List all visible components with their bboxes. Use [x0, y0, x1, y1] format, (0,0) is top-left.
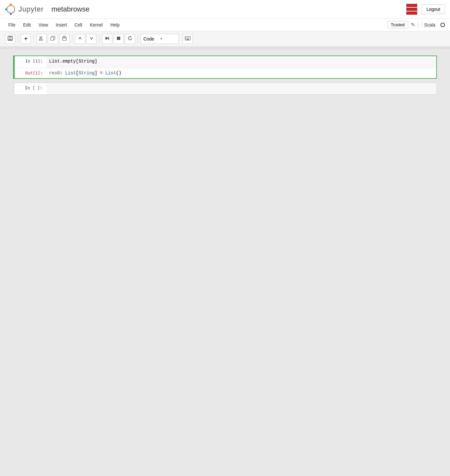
svg-rect-3	[406, 4, 417, 7]
jupyter-logo: Jupyter	[5, 4, 44, 15]
menu-kernel[interactable]: Kernel	[87, 21, 106, 29]
kernel-name: Scala	[421, 22, 438, 27]
svg-rect-22	[188, 37, 189, 38]
spark-logo-icon	[406, 3, 418, 15]
svg-rect-20	[186, 37, 186, 38]
separator-1	[18, 35, 18, 43]
svg-rect-23	[186, 38, 186, 39]
logout-button[interactable]: Logout	[422, 4, 445, 14]
paste-icon	[62, 36, 67, 42]
stop-button[interactable]	[113, 34, 124, 44]
svg-rect-26	[186, 39, 189, 40]
menu-view[interactable]: View	[35, 21, 51, 29]
arrow-up-icon	[78, 36, 82, 41]
cell-1-input[interactable]: List.empty[String]	[47, 56, 436, 68]
svg-rect-21	[187, 37, 188, 38]
svg-rect-14	[63, 36, 65, 37]
cut-button[interactable]	[36, 34, 47, 44]
cut-icon	[39, 36, 44, 42]
cell-container: In [1]: List.empty[String] Out[1]: res0:…	[7, 56, 443, 95]
output-value: List	[105, 71, 116, 76]
svg-rect-12	[51, 37, 54, 41]
keyboard-shortcuts-button[interactable]	[183, 34, 193, 44]
svg-point-10	[41, 39, 42, 41]
navbar-right: Logout	[406, 3, 445, 15]
separator-3	[72, 35, 72, 43]
paste-button[interactable]	[59, 34, 69, 44]
move-up-button[interactable]	[75, 34, 85, 44]
navbar-brand: Jupyter metabrowse	[5, 4, 406, 15]
cell-type-label: Code	[143, 36, 160, 41]
run-next-button[interactable]	[102, 34, 112, 44]
svg-marker-16	[105, 37, 109, 40]
cell-2-wrapper: In [ ]:	[14, 83, 437, 95]
plus-icon: +	[24, 35, 28, 42]
output-parens: ()	[116, 71, 121, 76]
cell-2-input-prompt: In [ ]:	[14, 83, 46, 94]
restart-icon	[127, 36, 133, 42]
separator-2	[33, 35, 34, 43]
cell-1: In [1]: List.empty[String] Out[1]: res0:…	[13, 56, 437, 79]
menu-edit[interactable]: Edit	[20, 21, 34, 29]
run-next-icon	[105, 36, 109, 41]
stop-icon	[116, 36, 121, 41]
separator-5	[138, 35, 138, 43]
output-var: res0	[49, 71, 60, 76]
toolbar: +	[0, 31, 450, 47]
svg-rect-24	[187, 38, 188, 39]
move-down-button[interactable]	[86, 34, 97, 44]
add-cell-button[interactable]: +	[21, 34, 31, 44]
menu-insert[interactable]: Insert	[53, 21, 70, 29]
menu-cell[interactable]: Cell	[71, 21, 85, 29]
code-text: List.empty[String]	[49, 59, 97, 64]
trusted-button[interactable]: Trusted	[387, 21, 408, 28]
jupyter-logo-icon	[5, 4, 17, 15]
navbar: Jupyter metabrowse Logout	[0, 0, 450, 19]
menubar: File Edit View Insert Cell Kernel Help T…	[0, 19, 450, 31]
svg-rect-25	[188, 38, 189, 39]
cell-type-arrow-icon: ▼	[160, 37, 176, 41]
keyboard-icon	[185, 36, 191, 42]
menu-help[interactable]: Help	[107, 21, 123, 29]
svg-rect-5	[406, 11, 417, 15]
restart-button[interactable]	[125, 34, 135, 44]
arrow-down-icon	[89, 36, 94, 41]
cell-2: In [ ]:	[13, 83, 437, 95]
notebook-area: In [1]: List.empty[String] Out[1]: res0:…	[0, 49, 450, 432]
cell-1-wrapper: In [1]: List.empty[String] Out[1]: res0:…	[14, 56, 437, 79]
cell-type-select[interactable]: Code ▼	[141, 34, 179, 44]
cell-1-output: res0: List[String] = List()	[47, 68, 436, 78]
svg-point-9	[39, 39, 40, 41]
menu-file[interactable]: File	[5, 21, 19, 29]
cell-1-input-prompt: In [1]:	[15, 56, 47, 68]
toolbar-notebook-divider	[0, 47, 450, 49]
pencil-icon[interactable]: ✎	[411, 22, 415, 28]
cell-1-input-row: In [1]: List.empty[String]	[15, 56, 436, 68]
cell-1-output-prompt: Out[1]:	[15, 68, 47, 78]
svg-rect-13	[62, 37, 66, 41]
svg-rect-7	[9, 36, 11, 38]
notebook-title[interactable]: metabrowse	[51, 5, 90, 13]
output-type1: List	[65, 71, 76, 76]
output-bracket-close: ]	[95, 71, 97, 76]
separator-4	[99, 35, 99, 43]
cell-2-input[interactable]	[46, 83, 437, 94]
save-button[interactable]	[5, 34, 15, 44]
svg-rect-18	[117, 37, 120, 40]
copy-icon	[50, 36, 55, 42]
copy-button[interactable]	[48, 34, 58, 44]
kernel-status-icon	[440, 23, 445, 27]
svg-rect-8	[9, 39, 12, 40]
cell-1-output-row: Out[1]: res0: List[String] = List()	[15, 68, 436, 78]
menubar-right: Trusted ✎ | Scala	[387, 21, 445, 28]
svg-rect-4	[406, 8, 417, 11]
cell-2-input-row: In [ ]:	[14, 83, 437, 94]
output-equals: =	[97, 71, 105, 76]
save-icon	[8, 36, 13, 42]
output-colon: :	[60, 71, 65, 76]
output-type2: String	[78, 71, 94, 76]
jupyter-text: Jupyter	[18, 5, 44, 13]
